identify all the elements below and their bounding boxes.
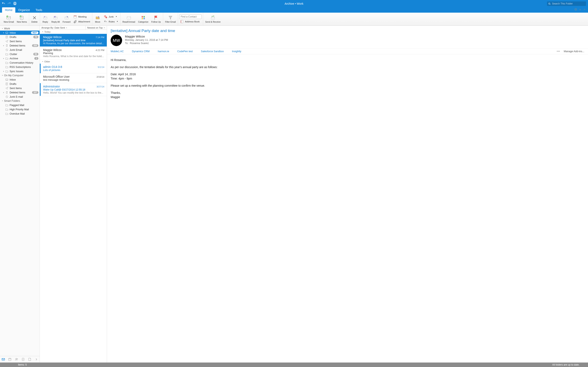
sidebar: WorkInbox3027Drafts70Sent ItemsDeleted I…: [0, 26, 40, 363]
message-group-header[interactable]: Older: [40, 59, 107, 64]
folder-icon: [5, 70, 8, 73]
sort-order-button[interactable]: Newest on Top: [85, 26, 107, 30]
search-box[interactable]: [547, 1, 586, 6]
svg-rect-20: [143, 16, 145, 17]
sidebar-item-flagged-mail[interactable]: Flagged Mail: [0, 103, 40, 107]
sidebar-item-label: High Priority Mail: [9, 108, 29, 111]
sort-asc-icon: [66, 27, 67, 29]
redo-icon[interactable]: [7, 2, 11, 6]
move-button[interactable]: Move: [94, 15, 102, 24]
addin-link[interactable]: Salesforce Sandbox: [201, 50, 224, 53]
print-icon[interactable]: [13, 2, 17, 6]
reply-button[interactable]: Reply: [41, 15, 49, 24]
sidebar-item-label: Conversation History: [9, 61, 33, 64]
addin-link[interactable]: CodePen test: [177, 50, 193, 53]
sidebar-item-junk-email[interactable]: Junk Email: [0, 48, 40, 52]
tasks-view-icon[interactable]: [21, 358, 25, 361]
sent-icon: [5, 87, 8, 90]
sidebar-item-high-priority-mail[interactable]: High Priority Mail: [0, 107, 40, 111]
meeting-button[interactable]: Meeting: [72, 15, 91, 19]
delete-button[interactable]: Delete: [30, 15, 39, 24]
message-item[interactable]: Maggie Wilcox4:22 PMPlanningHello Rosann…: [40, 47, 107, 59]
sidebar-item-deleted-items[interactable]: Deleted Items167: [0, 90, 40, 95]
reply-all-button[interactable]: Reply All: [51, 15, 61, 24]
tab-strip: HomeOrganizeTools ▼: [0, 7, 588, 13]
svg-rect-22: [143, 18, 145, 19]
junk-button[interactable]: Junk▼: [103, 15, 119, 19]
ribbon: New Email New Items Delete Reply Reply A…: [0, 13, 588, 26]
read-unread-button[interactable]: Read/Unread: [122, 15, 136, 24]
message-item[interactable]: Administrator3/27/14Wake Up Call@ 03/27/…: [40, 83, 107, 96]
addin-link[interactable]: Dynamics CRM: [132, 50, 150, 53]
emoji-icon[interactable]: [574, 8, 577, 11]
tab-tools[interactable]: Tools: [33, 7, 45, 13]
sidebar-item-clutter[interactable]: Clutter55: [0, 52, 40, 56]
sidebar-item-label: Junk Email: [9, 49, 22, 51]
sidebar-item-sent-items[interactable]: Sent Items: [0, 39, 40, 43]
sidebar-section[interactable]: On My Computer: [0, 73, 40, 77]
tab-home[interactable]: Home: [2, 7, 15, 13]
manage-addins-button[interactable]: Manage Add-ins...: [564, 50, 584, 53]
arrange-by-button[interactable]: Arrange By: Date Sent: [40, 26, 85, 29]
status-sync: All folders are up to date.: [552, 363, 586, 366]
search-input[interactable]: [552, 2, 585, 5]
svg-point-16: [104, 15, 106, 17]
notes-view-icon[interactable]: [28, 358, 31, 361]
follow-up-button[interactable]: Follow Up: [150, 15, 162, 24]
sidebar-section[interactable]: Smart Folders: [0, 99, 40, 103]
people-view-icon[interactable]: [15, 358, 18, 361]
sidebar-item-inbox[interactable]: Inbox: [0, 77, 40, 82]
drafts-icon: [5, 35, 8, 39]
send-receive-button[interactable]: Send & Receive: [204, 15, 221, 24]
sidebar-item-label: Deleted Items: [9, 91, 25, 94]
mail-view-icon[interactable]: [2, 358, 5, 361]
message-from: admin O14-3-8: [43, 65, 62, 68]
chevron-up-icon: [104, 27, 105, 29]
categorize-button[interactable]: Categorize: [137, 15, 149, 24]
find-contact-input[interactable]: [179, 15, 202, 19]
filter-email-button[interactable]: Filter Email: [164, 15, 177, 24]
sidebar-item-rss-subscriptions[interactable]: RSS Subscriptions: [0, 65, 40, 69]
nav-more-icon[interactable]: [35, 358, 38, 361]
new-email-button[interactable]: New Email: [3, 15, 15, 24]
sidebar-item-label: Drafts: [9, 36, 16, 39]
message-group-header[interactable]: Today: [40, 30, 107, 34]
inbox-icon: [5, 78, 8, 81]
sidebar-item-label: Overdue Mail: [9, 112, 25, 115]
message-subject: Lots of pictures: [43, 69, 104, 72]
sidebar-item-deleted-items[interactable]: Deleted Items268: [0, 43, 40, 48]
sidebar-item-archive[interactable]: Archive1: [0, 56, 40, 60]
sidebar-section[interactable]: Work: [0, 26, 40, 31]
calendar-view-icon[interactable]: [8, 358, 11, 361]
sidebar-item-drafts[interactable]: Drafts70: [0, 35, 40, 39]
svg-rect-26: [6, 32, 8, 33]
sidebar-item-overdue-mail[interactable]: Overdue Mail: [0, 111, 40, 116]
message-item[interactable]: Microsoft Office User2/19/14test message…: [40, 73, 107, 83]
sidebar-item-conversation-history[interactable]: Conversation History: [0, 60, 40, 65]
drafts-icon: [5, 82, 8, 85]
sidebar-item-inbox[interactable]: Inbox3027: [0, 31, 40, 35]
sidebar-item-sync-issues[interactable]: Sync Issues: [0, 69, 40, 73]
message-list: Arrange By: Date Sent Newest on Top Toda…: [40, 26, 107, 363]
addin-link[interactable]: Mobile1 AC: [111, 50, 124, 53]
collapse-ribbon-icon[interactable]: [583, 8, 586, 11]
sidebar-item-sent-items[interactable]: Sent Items: [0, 86, 40, 90]
reading-pane: [tentative] Annual Party date and time M…: [107, 26, 588, 363]
sidebar-item-junk-e-mail[interactable]: Junk E-mail: [0, 95, 40, 99]
new-items-button[interactable]: New Items: [16, 15, 28, 24]
svg-rect-15: [74, 16, 77, 16]
sidebar-item-drafts[interactable]: Drafts: [0, 82, 40, 86]
forward-button[interactable]: Forward: [62, 15, 71, 24]
attachment-button[interactable]: Attachment: [72, 19, 91, 24]
addin-link[interactable]: harmon.ie: [158, 50, 169, 53]
addins-more-icon[interactable]: •••: [557, 50, 560, 53]
addin-link[interactable]: Insightly: [232, 50, 241, 53]
tab-organize[interactable]: Organize: [15, 7, 33, 13]
badge: 1: [34, 57, 38, 60]
message-item[interactable]: Maggie Wilcox7:14 PM[tentative] Annual P…: [40, 34, 107, 47]
address-book-button[interactable]: Address Book: [179, 19, 202, 24]
svg-point-35: [17, 359, 17, 359]
rules-button[interactable]: Rules▼: [103, 19, 119, 24]
undo-icon[interactable]: [2, 2, 5, 6]
message-item[interactable]: admin O14-3-85/1/14Lots of pictures: [40, 64, 107, 73]
